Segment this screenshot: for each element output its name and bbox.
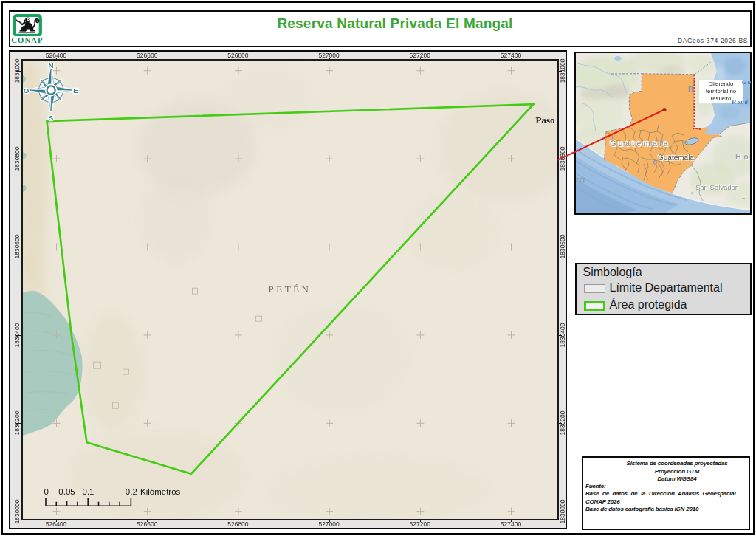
svg-text:Kilómetros: Kilómetros: [140, 487, 181, 496]
svg-text:O: O: [23, 86, 29, 95]
svg-text:0: 0: [44, 487, 48, 496]
svg-text:S: S: [48, 114, 53, 122]
svg-text:0.05: 0.05: [58, 487, 75, 496]
svg-text:PETÉN: PETÉN: [268, 284, 311, 295]
svg-text:Paso: Paso: [535, 114, 554, 126]
svg-text:0.1: 0.1: [82, 487, 94, 496]
svg-text:E: E: [73, 86, 78, 95]
svg-text:N: N: [48, 61, 53, 69]
svg-text:0.2: 0.2: [125, 487, 137, 496]
